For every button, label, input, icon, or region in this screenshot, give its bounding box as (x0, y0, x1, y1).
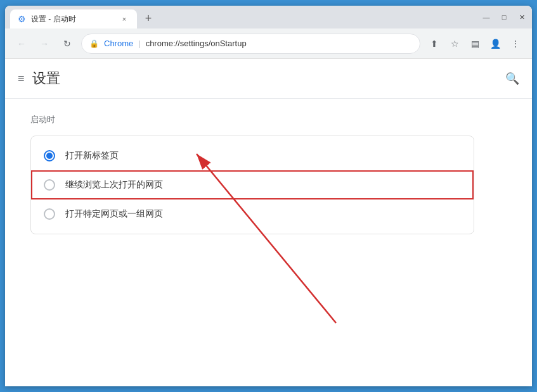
hamburger-menu-icon[interactable]: ≡ (18, 72, 25, 85)
chrome-menu-button[interactable]: ⋮ (507, 35, 524, 53)
tab-close-button[interactable]: × (119, 14, 129, 24)
page-title: 设置 (32, 69, 60, 88)
startup-options-card: 打开新标签页 继续浏览上次打开的网页 打开特定网页或一组网页 (30, 136, 474, 234)
tab-area: ⚙ 设置 - 启动时 × + (5, 9, 476, 28)
new-tab-button[interactable]: + (139, 9, 157, 27)
window-controls: — □ ✕ (476, 6, 532, 28)
option-label-new-tab: 打开新标签页 (65, 150, 119, 161)
tab-favicon: ⚙ (18, 14, 26, 24)
browser-toolbar: ← → ↻ 🔒 Chrome | chrome://settings/onSta… (5, 28, 532, 59)
back-button[interactable]: ← (13, 35, 30, 53)
settings-body: 启动时 打开新标签页 继续浏览上次打开的网页 打开特定网页或一组网页 (5, 99, 532, 386)
refresh-button[interactable]: ↻ (58, 35, 76, 53)
settings-search-button[interactable]: 🔍 (505, 72, 519, 85)
active-tab[interactable]: ⚙ 设置 - 启动时 × (10, 9, 137, 28)
bookmark-button[interactable]: ☆ (446, 35, 463, 53)
title-bar: ⚙ 设置 - 启动时 × + — □ ✕ (5, 6, 532, 28)
profile-button[interactable]: 👤 (486, 35, 504, 53)
settings-header: ≡ 设置 🔍 (5, 59, 532, 99)
option-label-specific: 打开特定网页或一组网页 (65, 208, 163, 220)
tab-title: 设置 - 启动时 (31, 14, 114, 25)
toolbar-actions: ⬆ ☆ ▤ 👤 ⋮ (425, 35, 524, 53)
browser-window: ⚙ 设置 - 启动时 × + — □ ✕ ← → ↻ 🔒 Chrome | ch… (5, 6, 532, 386)
option-row-new-tab[interactable]: 打开新标签页 (31, 141, 474, 170)
close-button[interactable]: ✕ (517, 13, 527, 22)
address-bar[interactable]: 🔒 Chrome | chrome://settings/onStartup (81, 34, 420, 54)
maximize-button[interactable]: □ (499, 13, 509, 21)
share-button[interactable]: ⬆ (425, 35, 443, 53)
radio-specific[interactable] (44, 208, 55, 220)
radio-continue[interactable] (44, 179, 55, 191)
settings-header-left: ≡ 设置 (18, 69, 60, 88)
address-url-text: chrome://settings/onStartup (146, 39, 247, 48)
sidebar-button[interactable]: ▤ (466, 35, 484, 53)
forward-button[interactable]: → (36, 35, 53, 53)
lock-icon: 🔒 (89, 39, 99, 48)
option-row-continue[interactable]: 继续浏览上次打开的网页 (31, 170, 474, 199)
option-row-specific[interactable]: 打开特定网页或一组网页 (31, 199, 474, 229)
radio-new-tab[interactable] (44, 150, 55, 161)
section-title: 启动时 (30, 114, 507, 125)
minimize-button[interactable]: — (481, 13, 491, 21)
address-separator: | (138, 39, 140, 48)
chrome-brand-label: Chrome (104, 39, 133, 48)
page-content: ≡ 设置 🔍 启动时 打开新标签页 继续浏览上次打开的网页 (5, 59, 532, 386)
option-label-continue: 继续浏览上次打开的网页 (65, 179, 163, 191)
